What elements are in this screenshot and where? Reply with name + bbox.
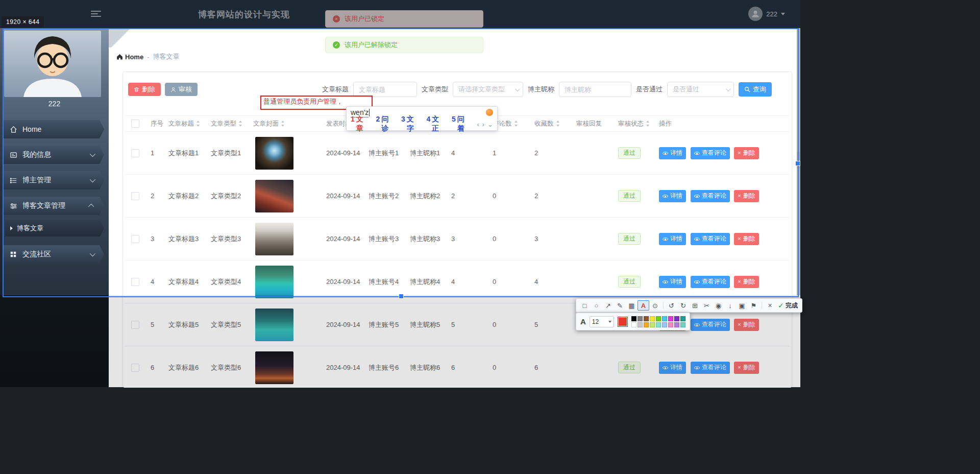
text-cursor bbox=[369, 109, 370, 116]
color-swatch[interactable] bbox=[662, 322, 667, 327]
cut-tool-icon[interactable]: ✂ bbox=[701, 300, 713, 311]
color-swatch[interactable] bbox=[674, 322, 679, 327]
selection-handle[interactable] bbox=[399, 294, 404, 299]
view-comments-button[interactable]: 查看评论 bbox=[691, 190, 730, 202]
article-title-input[interactable] bbox=[353, 82, 417, 97]
view-comments-button[interactable]: 查看评论 bbox=[691, 276, 730, 288]
sort-icon[interactable] bbox=[556, 121, 560, 127]
download-tool-icon[interactable]: ↓ bbox=[724, 300, 736, 311]
sidebar-item-community[interactable]: 交流社区 bbox=[3, 245, 104, 264]
color-swatch[interactable] bbox=[638, 316, 643, 321]
info-tool-icon[interactable]: ⊙ bbox=[649, 300, 661, 311]
corner-fold-decoration bbox=[109, 28, 133, 48]
sort-icon[interactable] bbox=[514, 121, 519, 127]
redo-tool-icon[interactable]: ↻ bbox=[677, 300, 689, 311]
row-checkbox[interactable] bbox=[131, 235, 139, 243]
sidebar-item-article-management[interactable]: 博客文章管理 bbox=[3, 197, 104, 215]
detail-button[interactable]: 详情 bbox=[659, 147, 686, 159]
sidebar-item-label: 博客文章管理 bbox=[22, 201, 65, 210]
select-all-checkbox[interactable] bbox=[131, 120, 139, 128]
sidebar-item-blogger-management[interactable]: 博主管理 bbox=[3, 171, 104, 189]
home-icon bbox=[116, 54, 123, 60]
color-swatch[interactable] bbox=[668, 316, 673, 321]
ime-candidate[interactable]: 4文正 bbox=[426, 115, 445, 133]
close-icon[interactable]: × bbox=[764, 300, 776, 311]
audit-button[interactable]: 审核 bbox=[165, 83, 198, 96]
sidebar-item-blog-articles[interactable]: 博客文章 bbox=[5, 220, 104, 236]
delete-button[interactable]: 删除 bbox=[128, 83, 161, 96]
detail-button[interactable]: 详情 bbox=[659, 190, 686, 202]
ellipse-tool-icon[interactable]: ○ bbox=[591, 300, 602, 311]
done-button[interactable]: ✓ 完成 bbox=[776, 301, 800, 310]
breadcrumb-separator: - bbox=[147, 53, 149, 61]
table-row: 3 文章标题3 文章类型3 2024-09-14 博主账号3 博主昵称3 3 0… bbox=[125, 218, 790, 260]
sort-icon[interactable] bbox=[196, 121, 201, 127]
detail-button[interactable]: 详情 bbox=[659, 276, 686, 288]
ime-next-page[interactable]: › bbox=[482, 121, 484, 128]
detail-button[interactable]: 详情 bbox=[659, 233, 686, 245]
mosaic-tool-icon[interactable]: ▦ bbox=[626, 300, 638, 311]
color-swatch[interactable] bbox=[674, 316, 679, 321]
ime-logo-icon[interactable] bbox=[486, 109, 493, 116]
eye-icon bbox=[694, 279, 700, 285]
color-swatch[interactable] bbox=[662, 316, 667, 321]
color-swatch[interactable] bbox=[644, 316, 649, 321]
eye-icon bbox=[694, 236, 700, 242]
pass-status-select[interactable]: 是否通过 bbox=[667, 82, 734, 97]
ime-candidate[interactable]: 5问着 bbox=[452, 115, 470, 133]
text-tool-icon[interactable]: A bbox=[638, 300, 649, 311]
toast-user-unlocked: ✓ 该用户已解除锁定 bbox=[325, 37, 483, 53]
color-swatch[interactable] bbox=[631, 322, 636, 327]
selection-handle[interactable] bbox=[795, 161, 800, 166]
sort-icon[interactable] bbox=[646, 121, 650, 127]
view-comments-button[interactable]: 查看评论 bbox=[691, 233, 730, 245]
color-swatch[interactable] bbox=[680, 316, 685, 321]
remove-button[interactable]: ×删除 bbox=[734, 276, 758, 288]
breadcrumb-home[interactable]: Home bbox=[116, 53, 143, 61]
color-swatch[interactable] bbox=[631, 316, 636, 321]
ime-candidate[interactable]: 1文章 bbox=[351, 115, 369, 133]
color-swatch[interactable] bbox=[638, 322, 643, 327]
blogger-nickname-label: 博主昵称 bbox=[528, 85, 554, 94]
blogger-nickname-input[interactable] bbox=[559, 82, 631, 97]
ime-more[interactable]: ⌄ bbox=[487, 121, 493, 128]
remove-button[interactable]: ×删除 bbox=[734, 147, 758, 159]
ime-prev-page[interactable]: ‹ bbox=[477, 121, 479, 128]
record-tool-icon[interactable]: ◉ bbox=[713, 300, 724, 311]
color-swatch[interactable] bbox=[644, 322, 649, 327]
color-swatch[interactable] bbox=[680, 322, 685, 327]
remove-button[interactable]: ×删除 bbox=[734, 233, 758, 245]
font-size-select[interactable]: 12 bbox=[590, 316, 614, 327]
chevron-down-icon bbox=[90, 151, 95, 157]
ime-candidate[interactable]: 3文字 bbox=[401, 115, 420, 133]
color-swatch[interactable] bbox=[668, 322, 673, 327]
color-swatch[interactable] bbox=[656, 322, 661, 327]
pen-tool-icon[interactable]: ✎ bbox=[614, 300, 626, 311]
row-checkbox[interactable] bbox=[131, 278, 139, 286]
color-swatch[interactable] bbox=[650, 316, 655, 321]
sidebar-item-home[interactable]: Home bbox=[3, 120, 104, 138]
rect-tool-icon[interactable]: □ bbox=[579, 300, 591, 311]
article-type-label: 文章类型 bbox=[422, 85, 448, 94]
flag-tool-icon[interactable]: ⚑ bbox=[748, 300, 760, 311]
remove-button[interactable]: ×删除 bbox=[734, 190, 758, 202]
arrow-tool-icon[interactable]: ↗ bbox=[602, 300, 614, 311]
article-cover-image bbox=[255, 223, 293, 255]
undo-tool-icon[interactable]: ↺ bbox=[666, 300, 677, 311]
ime-candidate[interactable]: 2问诊 bbox=[376, 115, 394, 133]
save-tool-icon[interactable]: ▣ bbox=[736, 300, 748, 311]
id-card-icon bbox=[9, 151, 17, 159]
copy-tool-icon[interactable]: ⊞ bbox=[689, 300, 701, 311]
search-button[interactable]: 查询 bbox=[739, 82, 772, 97]
row-checkbox[interactable] bbox=[131, 149, 139, 157]
sort-icon[interactable] bbox=[238, 121, 243, 127]
selected-color-swatch[interactable] bbox=[618, 317, 628, 327]
sidebar-item-my-info[interactable]: 我的信息 bbox=[3, 146, 104, 164]
color-swatch[interactable] bbox=[656, 316, 661, 321]
eye-icon bbox=[694, 150, 700, 156]
sort-icon[interactable] bbox=[281, 121, 285, 127]
row-checkbox[interactable] bbox=[131, 192, 139, 200]
view-comments-button[interactable]: 查看评论 bbox=[691, 147, 730, 159]
article-type-select[interactable]: 请选择文章类型 bbox=[453, 82, 523, 97]
color-swatch[interactable] bbox=[650, 322, 655, 327]
